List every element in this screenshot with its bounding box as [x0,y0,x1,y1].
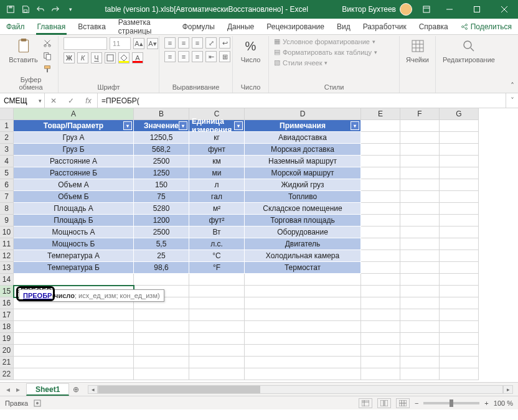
cell[interactable]: Торговая площадь [245,215,361,226]
cell[interactable] [189,286,245,297]
cell[interactable] [440,262,479,274]
cell[interactable] [134,309,189,321]
cell[interactable] [189,368,245,380]
cell[interactable]: Морской маршрут [245,167,361,179]
editing-button[interactable]: Редактирование [441,37,497,63]
redo-icon[interactable] [50,4,61,15]
row-header[interactable]: 22 [0,368,14,380]
cell[interactable]: Температура А [14,250,134,262]
increase-font-icon[interactable]: A▴ [133,38,144,49]
cell[interactable] [189,321,245,333]
cell[interactable] [440,215,479,226]
share-button[interactable]: Поделиться [454,19,518,34]
cell[interactable] [361,203,400,215]
align-center-icon[interactable]: ≡ [178,51,189,62]
cell[interactable] [245,321,361,333]
cancel-formula-icon[interactable]: ✕ [45,96,62,105]
tab-review[interactable]: Рецензирование [260,19,331,34]
cells-button[interactable]: Ячейки [405,37,430,63]
cell[interactable]: 568,2 [134,144,189,156]
orientation-icon[interactable]: ⤢ [205,37,217,49]
cell[interactable]: Жидкий груз [245,179,361,191]
cell-styles-button[interactable]: ▧Стили ячеек▾ [274,58,377,67]
cell[interactable] [440,238,479,250]
filter-icon[interactable]: ▾ [123,121,132,130]
cell[interactable] [400,120,440,132]
cell[interactable]: 1250,5 [134,132,189,144]
format-as-table-button[interactable]: ▤Форматировать как таблицу▾ [274,48,377,56]
name-box[interactable]: СМЕЩ ▾ [0,93,45,108]
row-header[interactable]: 7 [0,191,14,203]
column-header[interactable]: E [361,108,400,120]
cell[interactable]: 1200 [134,215,189,226]
worksheet-grid[interactable]: ABCDEFG1Товар/Параметр▾Значение▾Единица … [0,108,518,382]
cell[interactable] [134,368,189,380]
cell[interactable] [440,250,479,262]
cell[interactable] [361,215,400,226]
row-header[interactable]: 9 [0,215,14,226]
cell[interactable] [400,238,440,250]
new-sheet-button[interactable]: ⊕ [69,383,83,396]
cell[interactable] [400,357,440,368]
fill-color-icon[interactable] [118,52,130,63]
row-header[interactable]: 12 [0,250,14,262]
zoom-level[interactable]: 100 % [494,399,513,407]
cell[interactable]: Мощность Б [14,238,134,250]
page-layout-view-icon[interactable] [377,398,391,408]
cell[interactable] [440,203,479,215]
cell[interactable] [189,357,245,368]
user-account[interactable]: Виктор Бухтеев [337,3,417,16]
cell[interactable] [440,345,479,357]
cell[interactable] [14,333,134,345]
cell[interactable] [400,226,440,238]
cell[interactable] [440,144,479,156]
align-left-icon[interactable]: ≡ [164,51,176,62]
cell[interactable] [440,286,479,297]
cell[interactable] [400,250,440,262]
row-header[interactable]: 5 [0,167,14,179]
cell[interactable]: 98,6 [134,262,189,274]
row-header[interactable]: 18 [0,321,14,333]
cell[interactable]: гал [189,191,245,203]
scroll-thumb[interactable] [98,386,260,393]
zoom-slider[interactable] [423,402,479,404]
cut-icon[interactable] [42,37,53,49]
scroll-left-icon[interactable]: ◂ [88,385,98,394]
horizontal-scrollbar[interactable]: ◂ ▸ [83,383,518,396]
cell[interactable] [189,345,245,357]
cell[interactable] [189,274,245,286]
cell[interactable]: °F [189,262,245,274]
cell[interactable] [361,191,400,203]
qat-dropdown-icon[interactable]: ▾ [65,4,76,15]
column-header[interactable]: G [440,108,479,120]
cell[interactable]: фут² [189,215,245,226]
row-header[interactable]: 15 [0,286,14,297]
row-header[interactable]: 1 [0,120,14,132]
cell[interactable] [400,144,440,156]
tooltip-fn-name[interactable]: ПРЕОБР [23,292,52,299]
cell[interactable] [400,274,440,286]
sheet-nav-next-icon[interactable]: ▸ [14,385,22,394]
cell[interactable]: кг [189,132,245,144]
cell[interactable]: Топливо [245,191,361,203]
paste-button[interactable]: Вставить [9,37,38,63]
row-header[interactable]: 16 [0,297,14,309]
fx-icon[interactable]: fx [80,96,97,105]
cell[interactable]: Расстояние Б [14,167,134,179]
row-header[interactable]: 4 [0,156,14,167]
cell[interactable]: Мощность А [14,226,134,238]
decrease-indent-icon[interactable]: ⇤ [205,51,217,62]
cell[interactable] [440,120,479,132]
cell[interactable]: 5280 [134,203,189,215]
cell[interactable] [361,286,400,297]
cell[interactable] [361,167,400,179]
cell[interactable] [14,274,134,286]
cell[interactable] [400,156,440,167]
formula-input[interactable]: =ПРЕОБР( [98,93,506,108]
align-right-icon[interactable]: ≡ [192,51,203,62]
cell[interactable]: км [189,156,245,167]
cell[interactable] [245,286,361,297]
row-header[interactable]: 3 [0,144,14,156]
row-header[interactable]: 8 [0,203,14,215]
cell[interactable] [440,309,479,321]
